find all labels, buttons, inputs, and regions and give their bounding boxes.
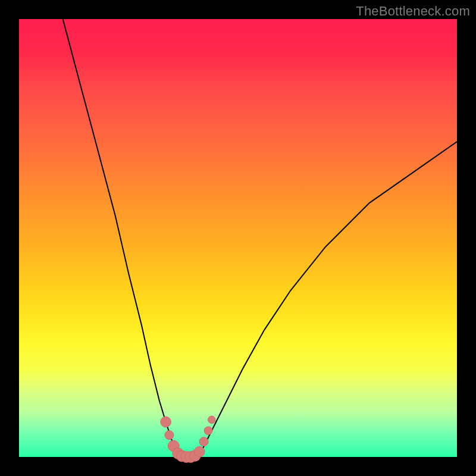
data-marker: [208, 416, 216, 424]
data-marker: [161, 416, 171, 427]
curve-left-curve: [63, 19, 179, 457]
data-marker: [199, 437, 208, 446]
data-marker: [194, 446, 205, 457]
chart-svg: [0, 0, 476, 476]
curve-right-curve: [199, 142, 457, 457]
chart-frame: TheBottleneck.com: [0, 0, 476, 476]
data-marker: [204, 427, 212, 435]
data-marker: [165, 431, 174, 440]
